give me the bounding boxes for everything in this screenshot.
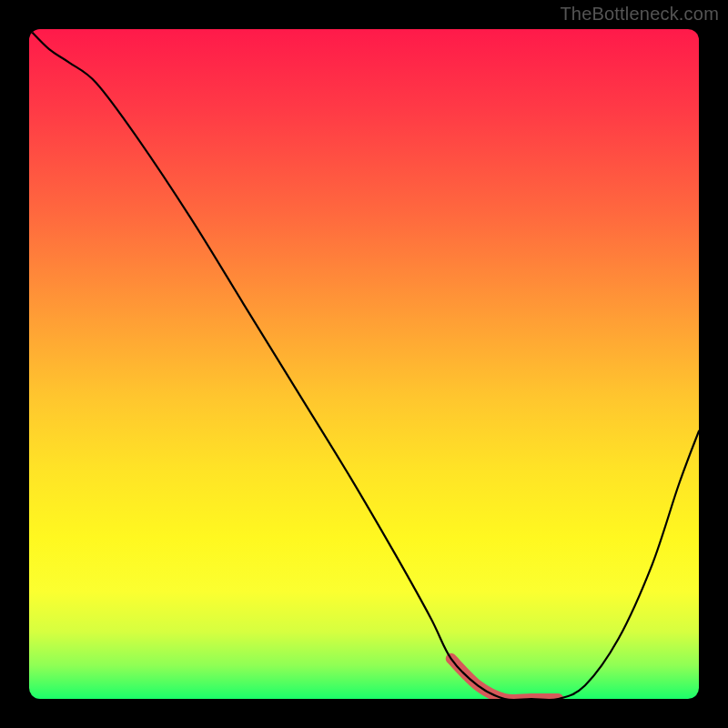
bottleneck-curve: [29, 29, 699, 699]
curve-line: [29, 29, 699, 699]
app-frame: TheBottleneck.com: [0, 0, 728, 728]
curve-highlight-segment: [451, 659, 559, 699]
watermark-text: TheBottleneck.com: [560, 4, 719, 25]
chart-card: [29, 29, 699, 699]
